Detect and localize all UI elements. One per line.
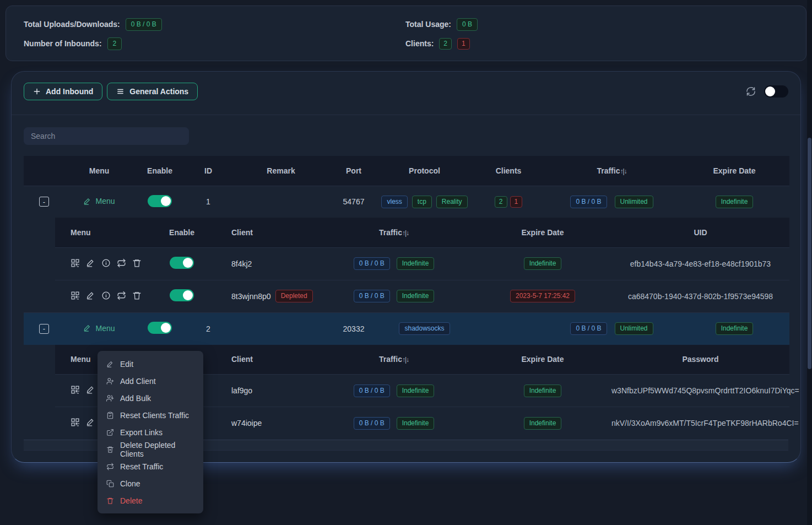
inbound-id: 2: [186, 313, 231, 345]
inbound-clients-empty: [473, 313, 544, 345]
client-traffic-limit-badge: Indefinite: [397, 257, 435, 270]
qr-code-icon[interactable]: [71, 258, 80, 268]
inbound-1-expanded: Menu Enable Client Traffic↑|↓ Expire Dat…: [24, 218, 789, 313]
inbound-remark: [231, 186, 331, 218]
header-traffic[interactable]: Traffic↑|↓: [544, 156, 679, 186]
edit-client-icon[interactable]: [86, 291, 95, 300]
header-port: Port: [331, 156, 376, 186]
total-uploads-downloads-label: Total Uploads/Downloads:: [24, 20, 120, 29]
total-uploads-downloads-value: 0 B / 0 B: [126, 18, 162, 31]
sort-icon: ↑|↓: [402, 229, 409, 237]
client-expire-badge: Indefinite: [524, 385, 562, 397]
expire-badge: Indefinite: [716, 322, 754, 335]
total-uploads-downloads: Total Uploads/Downloads: 0 B / 0 B: [24, 18, 405, 30]
number-of-inbounds-label: Number of Inbounds:: [24, 39, 102, 48]
refresh-icon[interactable]: [745, 86, 756, 97]
scrollbar-thumb[interactable]: [808, 138, 811, 369]
inbound-row-2: - Menu 2 20332 shadowsocks: [24, 313, 789, 345]
toolbar: Add Inbound General Actions: [12, 72, 800, 115]
client-expire-badge: Indefinite: [524, 257, 562, 270]
clients-depleted-badge: 1: [510, 196, 523, 208]
delete-client-icon[interactable]: [132, 258, 142, 268]
info-icon[interactable]: [101, 258, 111, 268]
reset-traffic-icon[interactable]: [117, 258, 126, 268]
qr-code-icon[interactable]: [71, 385, 80, 394]
client-header-menu: Menu: [55, 218, 154, 247]
client-header-uid: UID: [611, 218, 789, 247]
protocol-tag: vless: [381, 196, 407, 208]
menu-item-delete[interactable]: Delete: [98, 492, 203, 509]
menu-item-reset-traffic[interactable]: Reset Traffic: [98, 458, 203, 475]
header-id: ID: [186, 156, 231, 186]
inbound-enable-toggle[interactable]: [148, 322, 172, 334]
menu-item-edit[interactable]: Edit: [98, 355, 203, 372]
number-of-inbounds: Number of Inbounds: 2: [24, 37, 405, 50]
edit-pencil-icon: [83, 197, 91, 205]
client-traffic-badge: 0 B / 0 B: [354, 385, 390, 397]
edit-client-icon[interactable]: [86, 418, 95, 427]
qr-code-icon[interactable]: [71, 418, 80, 427]
client-name: w74ioipe: [231, 419, 262, 427]
client-header-traffic[interactable]: Traffic↑|↓: [314, 218, 474, 247]
sort-icon: ↑|↓: [402, 356, 409, 364]
traffic-badge: 0 B / 0 B: [570, 196, 607, 208]
client-header-traffic[interactable]: Traffic↑|↓: [314, 345, 474, 375]
collapse-row-button[interactable]: -: [39, 324, 49, 334]
edit-client-icon[interactable]: [86, 385, 95, 394]
reset-traffic-icon[interactable]: [117, 291, 126, 300]
client-enable-toggle[interactable]: [170, 257, 194, 269]
client-row: 8t3wjnn8p0 Depleted 0 B / 0 B Indefinite…: [55, 280, 789, 312]
client-row: 8f4kj2 0 B / 0 B Indefinite Indefinite e…: [55, 247, 789, 280]
plus-icon: [33, 88, 41, 95]
client-traffic-badge: 0 B / 0 B: [354, 290, 390, 302]
delete-client-icon[interactable]: [132, 291, 142, 300]
client-password: w3NfbzUPf5WWd745Q8pvsmQrdrttT2IO6knuI7Di…: [611, 386, 799, 395]
client-password: nkV/I/3XoAm9v6xMT/T5IcrF4TpeTKF98rHARbRo…: [611, 419, 799, 427]
client-enable-toggle[interactable]: [170, 289, 194, 301]
search-input[interactable]: [24, 127, 189, 145]
protocol-transport-tag: tcp: [412, 196, 432, 208]
add-inbound-label: Add Inbound: [46, 87, 93, 96]
menu-item-add-client[interactable]: Add Client: [98, 372, 203, 389]
inbound-id: 1: [186, 186, 231, 218]
edit-client-icon[interactable]: [86, 258, 95, 268]
inbound-row-1: - Menu 1 54767 vless: [24, 186, 789, 218]
menu-item-reset-clients-traffic[interactable]: Reset Clients Traffic: [98, 407, 203, 424]
client-header-client: Client: [209, 218, 314, 247]
clients-stat: Clients: 2 1: [405, 37, 788, 50]
client-uid: ca68470b-1940-437d-802b-1f9573e94598: [628, 292, 773, 301]
menu-item-add-bulk[interactable]: Add Bulk: [98, 389, 203, 407]
client-traffic-limit-badge: Indefinite: [397, 417, 435, 430]
general-actions-button[interactable]: General Actions: [107, 83, 198, 100]
total-usage-value: 0 B: [457, 18, 478, 31]
stats-left-column: Total Uploads/Downloads: 0 B / 0 B Numbe…: [24, 18, 405, 50]
client-header-password: Password: [611, 345, 789, 375]
clients-depleted-count: 1: [457, 38, 470, 50]
header-enable: Enable: [134, 156, 186, 186]
menu-item-clone[interactable]: Clone: [98, 475, 203, 492]
search-area: [24, 127, 788, 145]
dark-mode-toggle[interactable]: [764, 85, 788, 98]
client-header-client: Client: [209, 345, 314, 375]
inbound-port: 20332: [331, 313, 376, 345]
collapse-row-button[interactable]: -: [39, 197, 49, 207]
traffic-limit-badge: Unlimited: [615, 322, 653, 335]
edit-pencil-icon: [83, 324, 91, 332]
inbound-enable-toggle[interactable]: [148, 195, 172, 207]
qr-code-icon[interactable]: [71, 291, 80, 300]
add-inbound-button[interactable]: Add Inbound: [24, 83, 102, 100]
header-expand: [24, 156, 64, 186]
info-icon[interactable]: [101, 291, 111, 300]
client-header-enable: Enable: [154, 218, 209, 247]
clients-active-count: 2: [439, 38, 452, 50]
client-header-expire: Expire Date: [474, 345, 611, 375]
menu-item-export-links[interactable]: Export Links: [98, 424, 203, 441]
inbound-context-menu: Edit Add Client Add Bulk Reset Clients T…: [98, 351, 203, 513]
client-name: 8f4kj2: [231, 259, 252, 268]
stats-right-column: Total Usage: 0 B Clients: 2 1: [405, 18, 788, 50]
inbound-menu-button[interactable]: Menu: [83, 324, 115, 333]
inbound-menu-button[interactable]: Menu: [83, 197, 115, 205]
client-table-header-row: Menu Enable Client Traffic↑|↓ Expire Dat…: [55, 218, 789, 247]
menu-item-delete-depleted-clients[interactable]: Delete Depleted Clients: [98, 441, 203, 458]
client-table-inbound-1: Menu Enable Client Traffic↑|↓ Expire Dat…: [55, 218, 789, 312]
